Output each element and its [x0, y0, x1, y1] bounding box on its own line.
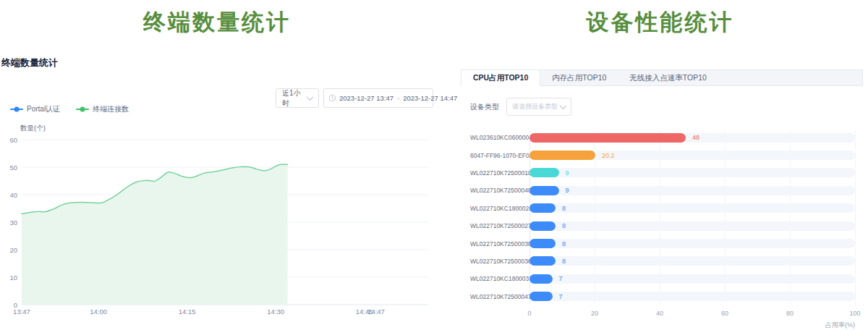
bar-track: 8: [529, 203, 855, 213]
bar-row: WL022710K7250004099: [470, 182, 855, 199]
bar-track: 20.2: [529, 151, 855, 160]
bar-value-label: 20.2: [602, 152, 615, 159]
cpu-usage-bar: [529, 168, 559, 177]
device-label: WL022710K725000369: [470, 258, 525, 265]
bar-row: 6047-FF96-1070-EF0A20.2: [470, 146, 855, 164]
legend-item[interactable]: Portal认证: [10, 104, 60, 114]
device-label: WL022710K725000470: [470, 293, 525, 300]
x-axis-tick: 100: [849, 310, 860, 317]
bar-value-label: 48: [692, 134, 699, 141]
svg-text:60: 60: [9, 136, 17, 144]
bar-row: WL022710K7250001029: [470, 164, 855, 182]
device-performance-panel: CPU占用TOP10内存占用TOP10无线接入点速率TOP10 设备类型 请选择…: [461, 69, 863, 330]
right-section-title: 设备性能统计: [463, 7, 857, 38]
chevron-down-icon: [560, 102, 567, 109]
bar-row: WL022710K7250002728: [470, 217, 855, 234]
end-date: 2023-12-27 14:47: [403, 94, 457, 102]
left-section-title: 终端数量统计: [0, 7, 434, 38]
device-label: WL022710K725000409: [470, 187, 525, 194]
bar-value-label: 7: [559, 275, 563, 282]
device-label: WL022710K725000307: [470, 240, 525, 248]
x-axis-tick: 0: [527, 310, 531, 317]
device-type-placeholder: 请选择设备类型: [512, 102, 558, 111]
legend-label: Portal认证: [27, 104, 60, 114]
terminal-count-panel: 终端数量统计 近1小时 2023-12-27 13:47 - 2023-12-2…: [0, 51, 450, 330]
terminal-count-chart: 0102030405060数量(个)13:4714:0014:1514:3014…: [0, 122, 434, 321]
tab-内存占用TOP10[interactable]: 内存占用TOP10: [540, 70, 618, 85]
bar-row: WL022710KC180003727: [470, 270, 855, 287]
time-range-select[interactable]: 近1小时: [276, 88, 319, 108]
tab-CPU占用TOP10[interactable]: CPU占用TOP10: [461, 69, 540, 86]
svg-text:14:00: 14:00: [90, 308, 107, 316]
dashboard: 终端数量统计 设备性能统计 终端数量统计 近1小时 2023-12-27 13:…: [0, 0, 868, 330]
svg-text:20: 20: [9, 246, 17, 254]
device-type-label: 设备类型: [470, 102, 499, 112]
cpu-usage-bar: [529, 274, 553, 284]
bar-value-label: 9: [566, 187, 569, 194]
device-label: WL022710K725000102: [470, 169, 525, 177]
cpu-usage-bar: [529, 133, 686, 143]
svg-text:14:30: 14:30: [267, 308, 284, 316]
bar-track: 48: [529, 133, 855, 143]
chart-legend: Portal认证终端连接数: [10, 104, 129, 114]
bar-rows: WL023610KC06000043486047-FF96-1070-EF0A2…: [470, 129, 855, 305]
bar-track: 8: [529, 256, 855, 266]
legend-label: 终端连接数: [93, 104, 129, 114]
svg-text:40: 40: [9, 191, 17, 199]
bar-track: 9: [529, 186, 855, 195]
x-axis-unit: 占用率(%): [529, 321, 855, 330]
bar-row: WL022710K7250003078: [470, 234, 855, 252]
bar-value-label: 9: [566, 169, 569, 177]
start-date: 2023-12-27 13:47: [339, 94, 393, 102]
cpu-usage-bar: [529, 151, 595, 160]
device-label: WL022710K725000272: [470, 222, 525, 229]
svg-text:13:47: 13:47: [13, 308, 30, 316]
legend-marker-icon: [76, 109, 89, 110]
device-label: WL022710KC18000372: [470, 275, 525, 282]
time-range-value: 近1小时: [282, 88, 307, 109]
bar-row: WL023610KC0600004348: [470, 129, 855, 146]
bar-track: 7: [529, 292, 855, 301]
cpu-top10-chart: WL023610KC06000043486047-FF96-1070-EF0A2…: [470, 129, 855, 330]
device-label: WL022710KC18000280: [470, 205, 525, 212]
bar-track: 9: [529, 168, 855, 177]
x-axis-tick: 40: [656, 310, 663, 317]
cpu-usage-bar: [529, 292, 553, 301]
bar-row: WL022710K7250004707: [470, 288, 855, 305]
bar-value-label: 7: [559, 293, 563, 300]
date-separator: -: [397, 94, 399, 102]
bar-row: WL022710KC180002808: [470, 200, 855, 217]
cpu-usage-bar: [529, 186, 559, 195]
chevron-down-icon: [307, 93, 314, 101]
bar-value-label: 8: [562, 205, 566, 212]
panel-title: 终端数量统计: [1, 56, 58, 69]
x-axis: 020406080100: [529, 310, 855, 318]
bar-track: 7: [529, 274, 855, 284]
clock-icon: [328, 94, 336, 102]
bar-track: 8: [529, 221, 855, 231]
cpu-usage-bar: [529, 221, 556, 231]
svg-text:数量(个): 数量(个): [20, 124, 46, 132]
legend-marker-icon: [10, 109, 23, 110]
svg-text:14:47: 14:47: [367, 308, 385, 316]
tab-bar: CPU占用TOP10内存占用TOP10无线接入点速率TOP10: [461, 69, 863, 86]
bar-value-label: 8: [562, 222, 566, 229]
legend-item[interactable]: 终端连接数: [76, 104, 129, 114]
x-axis-tick: 80: [786, 310, 793, 317]
cpu-usage-bar: [529, 239, 556, 248]
device-type-select[interactable]: 请选择设备类型: [506, 98, 571, 116]
bar-track: 8: [529, 239, 855, 248]
svg-text:10: 10: [9, 274, 17, 282]
bar-row: WL022710K7250003698: [470, 253, 855, 270]
svg-text:50: 50: [9, 164, 17, 172]
date-range-picker[interactable]: 2023-12-27 13:47 - 2023-12-27 14:47: [323, 88, 433, 108]
cpu-usage-bar: [529, 256, 556, 266]
bar-value-label: 8: [562, 240, 566, 248]
cpu-usage-bar: [529, 203, 556, 213]
filter-row: 设备类型 请选择设备类型: [470, 98, 863, 116]
svg-text:30: 30: [9, 219, 17, 227]
device-label: 6047-FF96-1070-EF0A: [470, 152, 525, 159]
x-axis-tick: 20: [591, 310, 598, 317]
tab-无线接入点速率TOP10[interactable]: 无线接入点速率TOP10: [618, 70, 718, 85]
svg-text:14:15: 14:15: [179, 308, 196, 316]
